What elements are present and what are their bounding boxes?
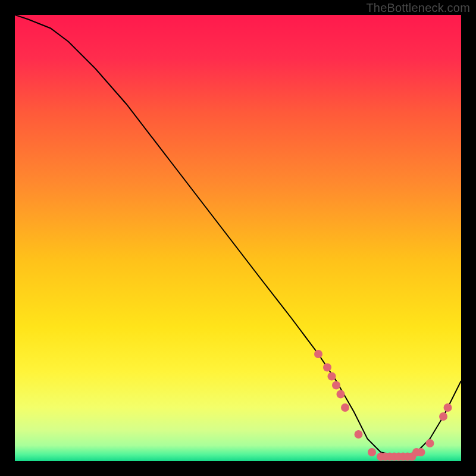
- highlight-dot: [417, 448, 425, 456]
- highlight-dot: [323, 364, 331, 372]
- chart-stage: TheBottleneck.com: [0, 0, 476, 476]
- chart-background: [15, 15, 461, 461]
- highlight-dot: [314, 350, 322, 358]
- highlight-dot: [368, 448, 376, 456]
- highlight-dot: [332, 381, 340, 390]
- highlight-dot: [426, 439, 434, 447]
- highlight-dot: [337, 390, 345, 399]
- highlight-dot: [328, 372, 336, 381]
- highlight-dot: [444, 403, 452, 412]
- highlight-dot: [439, 412, 447, 421]
- highlight-dot: [355, 430, 363, 439]
- watermark-text: TheBottleneck.com: [366, 1, 470, 15]
- chart-svg: [15, 15, 461, 461]
- plot-area: [15, 15, 461, 461]
- highlight-dot: [341, 403, 349, 412]
